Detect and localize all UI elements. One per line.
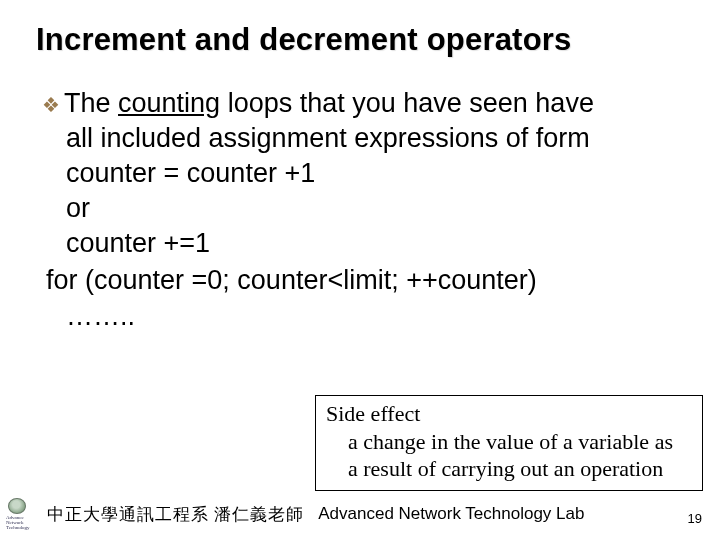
bullet-line-4: or bbox=[42, 191, 684, 226]
callout-heading: Side effect bbox=[326, 400, 694, 428]
underlined-word: counting bbox=[118, 88, 220, 118]
slide: Increment and decrement operators ❖ The … bbox=[0, 0, 720, 540]
callout-body-line-2: a result of carrying out an operation bbox=[326, 455, 694, 483]
bullet-item: ❖ The counting loops that you have seen … bbox=[42, 86, 684, 121]
slide-title: Increment and decrement operators bbox=[36, 22, 684, 58]
text-fragment: The bbox=[64, 88, 118, 118]
bullet-line-5: counter +=1 bbox=[42, 226, 684, 261]
diamond-bullet-icon: ❖ bbox=[42, 92, 60, 118]
footer-english: Advanced Network Technology Lab bbox=[318, 504, 584, 524]
globe-icon bbox=[8, 498, 26, 514]
footer: Advance Network Technology 中正大學通訊工程系 潘仁義… bbox=[0, 496, 720, 532]
bullet-line-3: counter = counter +1 bbox=[42, 156, 684, 191]
logo-text-3: Technology bbox=[6, 525, 46, 530]
bullet-line-2: all included assignment expressions of f… bbox=[42, 121, 684, 156]
footer-chinese: 中正大學通訊工程系 潘仁義老師 bbox=[47, 503, 304, 526]
for-statement: for (counter =0; counter<limit; ++counte… bbox=[42, 263, 684, 298]
side-effect-callout: Side effect a change in the value of a v… bbox=[315, 395, 703, 491]
ellipsis: …….. bbox=[42, 301, 684, 332]
text-fragment: loops that you have seen have bbox=[220, 88, 594, 118]
callout-body-line-1: a change in the value of a variable as bbox=[326, 428, 694, 456]
bullet-line-1: The counting loops that you have seen ha… bbox=[64, 86, 594, 121]
lab-logo-icon: Advance Network Technology bbox=[6, 498, 46, 530]
page-number: 19 bbox=[688, 511, 702, 526]
body-block: ❖ The counting loops that you have seen … bbox=[36, 86, 684, 332]
